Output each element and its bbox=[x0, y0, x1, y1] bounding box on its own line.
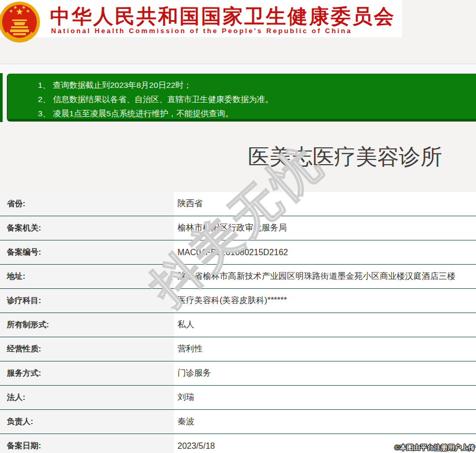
notice-box: 1、 查询数据截止到2023年8月20日22时； 2、 信息数据结果以各省、自治… bbox=[7, 74, 476, 122]
table-row-business-nature: 经营性质: 营利性 bbox=[0, 337, 476, 361]
row-label: 服务方式: bbox=[0, 361, 174, 385]
row-value: 陕西省榆林市高新技术产业园区明珠路街道墨金苑小区商业楼汉庭酒店三楼 bbox=[174, 265, 476, 288]
row-label: 省份: bbox=[0, 192, 174, 216]
table-row-filing-authority: 备案机关: 榆林市榆阳区行政审批服务局 bbox=[0, 216, 476, 240]
svg-text:★: ★ bbox=[26, 8, 30, 14]
table-row-filing-number: 备案编号: MAC04FB5261080215D2162 bbox=[0, 240, 476, 265]
row-value: 门诊服务 bbox=[174, 361, 476, 385]
header-title-en: National Health Commission of the People… bbox=[51, 27, 352, 35]
row-value: 营利性 bbox=[174, 337, 476, 361]
copyright-watermark: ©本图由平台注册用户上传 bbox=[394, 443, 475, 452]
notice-item-1: 1、 查询数据截止到2023年8月20日22时； bbox=[38, 78, 476, 92]
notice-item-2: 2、 信息数据结果以各省、自治区、直辖市卫生健康委数据为准。 bbox=[38, 92, 476, 106]
svg-text:★: ★ bbox=[9, 8, 13, 14]
row-value: MAC04FB5261080215D2162 bbox=[174, 240, 476, 264]
svg-text:★: ★ bbox=[13, 5, 17, 10]
row-value: 榆林市榆阳区行政审批服务局 bbox=[174, 216, 476, 240]
row-value: 陕西省 bbox=[174, 192, 476, 216]
table-row-treatment-subjects: 诊疗科目: 医疗美容科(美容皮肤科)****** bbox=[0, 289, 476, 313]
row-value: 秦波 bbox=[174, 410, 476, 434]
row-label: 法人: bbox=[0, 386, 174, 409]
row-label: 备案机关: bbox=[0, 216, 174, 240]
table-row-person-in-charge: 负责人: 秦波 bbox=[0, 410, 476, 434]
table-row-address: 地址: 陕西省榆林市高新技术产业园区明珠路街道墨金苑小区商业楼汉庭酒店三楼 bbox=[0, 265, 476, 289]
row-value: 刘瑞 bbox=[174, 386, 476, 409]
table-row-legal-person: 法人: 刘瑞 bbox=[0, 386, 476, 410]
row-label: 负责人: bbox=[0, 410, 174, 434]
row-value: 私人 bbox=[174, 313, 476, 337]
notice-item-3: 3、 凌晨1点至凌晨5点系统进行维护，不能提供查询。 bbox=[38, 106, 476, 120]
header-title-cn: 中华人民共和国国家卫生健康委员会 bbox=[50, 3, 395, 30]
row-label: 备案日期: bbox=[0, 434, 174, 453]
band-highlight bbox=[0, 64, 476, 74]
facility-name-title: 医美志医疗美容诊所 bbox=[248, 143, 442, 172]
site-header: ★ ★ ★ ★ ★ 中华人民共和国国家卫生健康委员会 National Heal… bbox=[0, 0, 402, 37]
row-label: 地址: bbox=[0, 265, 174, 288]
row-label: 诊疗科目: bbox=[0, 289, 174, 313]
row-label: 备案编号: bbox=[0, 240, 174, 264]
china-national-emblem-icon: ★ ★ ★ ★ ★ bbox=[0, 1, 42, 43]
table-row-service-mode: 服务方式: 门诊服务 bbox=[0, 361, 476, 386]
row-label: 经营性质: bbox=[0, 337, 174, 361]
table-row-province: 省份: 陕西省 bbox=[0, 192, 476, 216]
notice-left-strip bbox=[0, 73, 3, 122]
table-row-ownership-form: 所有制形式: 私人 bbox=[0, 313, 476, 337]
row-value: 医疗美容科(美容皮肤科)****** bbox=[174, 289, 476, 313]
row-label: 所有制形式: bbox=[0, 313, 174, 337]
record-info-table: 省份: 陕西省 备案机关: 榆林市榆阳区行政审批服务局 备案编号: MAC04F… bbox=[0, 192, 476, 453]
svg-text:★: ★ bbox=[22, 5, 26, 10]
